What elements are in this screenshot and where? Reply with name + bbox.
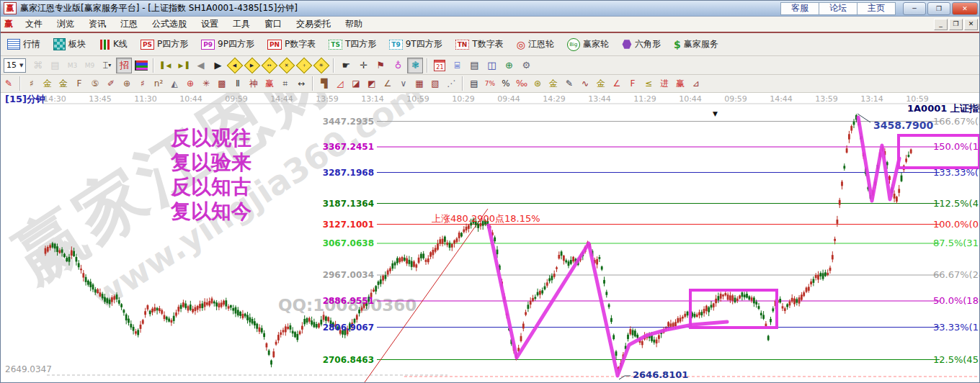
gold-angle-tool[interactable]: 金 [593,76,609,91]
selection-tool-icon[interactable]: 招 [116,58,132,73]
winner-service-button[interactable]: $赢家服务 [667,36,725,53]
diamond-add-button[interactable]: ＋ [296,57,313,73]
gold-grid-a-tool[interactable]: 金 [40,76,55,91]
square-fill-tool[interactable]: ◩ [364,76,380,91]
9p-square-button[interactable]: P99P四方形 [195,36,261,53]
menu-item-工具[interactable]: 工具 [226,17,257,32]
report-icon[interactable]: ▤ [47,58,63,73]
min9-chart-icon[interactable]: M9 [81,58,97,73]
delta-angle-tool[interactable]: ⊿ [688,76,704,91]
angle-lines-tool[interactable]: ∠ [380,76,396,91]
wave-tool[interactable]: ∿ [577,76,593,91]
link-window-icon[interactable]: ⌘ [30,58,45,73]
period-select[interactable]: 15▼ [4,58,26,73]
t-square-button[interactable]: TST四方形 [322,36,383,53]
abacus-count-tool[interactable]: ⌗ [277,76,293,91]
diamond-stretch-button[interactable]: ↔ [262,57,278,73]
roman-count-tool[interactable]: Ⅱ [230,76,246,91]
close-button[interactable]: ✕ [952,2,978,15]
mdi-restore-button[interactable]: ❐ [949,19,963,30]
red-angle-tool[interactable]: ∠ [609,76,625,91]
restore-button[interactable]: ❐ [927,2,950,15]
kline-button[interactable]: K线 [92,36,134,53]
menu-item-帮助[interactable]: 帮助 [339,17,369,32]
save-icon[interactable]: ◫ [484,58,499,73]
v-line-tool[interactable]: ∨ [396,76,411,91]
trade-terminal-icon[interactable]: ⚙ [518,58,534,73]
gann-circle-tool[interactable]: ⊕ [182,76,198,91]
notepad-icon[interactable]: ▤ [466,58,482,73]
menu-item-窗口[interactable]: 窗口 [258,17,288,32]
permille-tool[interactable]: ‰ [514,76,530,91]
menu-item-文件[interactable]: 文件 [19,17,49,32]
network-icon[interactable]: ⊕ [501,58,517,73]
mirror-angle-tool[interactable]: ◭ [166,76,182,91]
diamond-shrink-right-button[interactable]: ▶ [244,57,261,73]
span-measure-tool[interactable]: ↔ [293,76,309,91]
candlestick-chart[interactable]: 14:3013:4511:3010:4409:5914:4413:5913:14… [1,93,980,383]
gann-wheel-button[interactable]: ◎江恩轮 [510,36,561,53]
hand-tool-icon[interactable]: ☛ [338,58,354,73]
quotes-button[interactable]: 行情 [1,36,47,53]
shen-grid-tool[interactable]: 神 [246,76,262,91]
gold-line-tool[interactable]: 金 [545,76,561,91]
fan-fill-tool[interactable]: ◪ [348,76,364,91]
brush-tool[interactable]: ✐ [103,76,119,91]
winner-wheel-button[interactable]: Big赢家轮 [561,36,615,53]
gold-grid-b-tool[interactable]: 金 [55,76,71,91]
grid-small-tool[interactable]: ♯ [24,76,40,91]
magenta-shape-icon[interactable]: ♁ [390,58,406,73]
parallel-lines-tool[interactable]: ⋰ [443,76,459,91]
circle-grid-tool[interactable]: ⊕ [119,76,135,91]
titlebar-link-客服[interactable]: 客服 [780,2,819,15]
pen-tool[interactable]: ✎ [1,76,17,91]
five-spiral-tool[interactable]: ⑤ [87,76,103,91]
menu-item-公式选股[interactable]: 公式选股 [146,17,193,32]
candle-type-dropdown[interactable]: ⌶▾ [99,58,115,73]
mdi-minimize-button[interactable]: _ [934,19,948,30]
f-grid-tool[interactable]: F [71,76,87,91]
9t-square-button[interactable]: T99T四方形 [383,36,448,53]
calendar-icon[interactable]: 21 [432,58,447,73]
gold-circle-tool[interactable]: ⊛ [530,76,545,91]
spider-grid-tool[interactable]: ▩ [214,76,230,91]
calculator-icon[interactable]: ⌸ [449,58,465,73]
marker-flag-icon[interactable]: ⚑ [373,58,388,73]
minimize-button[interactable]: ─ [903,2,926,15]
ying-grid-tool[interactable]: 赢 [262,76,277,91]
colored-bars-icon[interactable] [133,58,149,73]
fan-up-tool[interactable]: ◿ [332,76,348,91]
box-grid-tool[interactable]: ▦ [411,76,427,91]
gold-rays-tool[interactable]: ≤ [641,76,656,91]
menu-item-浏览[interactable]: 浏览 [50,17,81,32]
p-number-button[interactable]: PNP数字表 [261,36,322,53]
diamond-close-button[interactable]: ✕ [279,57,295,73]
menu-item-交易委托[interactable]: 交易委托 [290,17,337,32]
n-square-tool[interactable]: n² [151,76,166,91]
t-number-button[interactable]: TNT数字表 [449,36,510,53]
levels-tool[interactable]: ▤ [466,76,482,91]
titlebar-link-主页[interactable]: 主页 [857,2,896,15]
dense-grid-tool[interactable]: ♯ [135,76,151,91]
seven-percent-tool[interactable]: 7% [482,76,498,91]
jin-angle-tool[interactable]: 进 [656,76,672,91]
p-square-button[interactable]: PSP四方形 [134,36,195,53]
titlebar-link-论坛[interactable]: 论坛 [819,2,857,15]
prev-page-button[interactable]: ◀ [192,58,208,73]
mdi-close-button[interactable]: ✕ [964,19,978,30]
menu-item-资讯[interactable]: 资讯 [82,17,112,32]
title-bar[interactable]: 赢 赢家江恩专业版[赢家服务平台] - [上证指数 SH1A0001-4385[… [1,1,980,17]
chart-area[interactable]: 赢家江恩财富网 www.yingjia360.com QQ:100800360 … [1,93,980,383]
hexagon-button[interactable]: 六角形 [615,36,667,53]
pillar-tool[interactable]: ▜ [316,76,332,91]
box-diag-tool[interactable]: ▧ [427,76,443,91]
ying-angle-tool[interactable]: 赢 [672,76,688,91]
menu-item-设置[interactable]: 设置 [195,17,225,32]
diamond-star-button[interactable]: ✳ [313,57,330,73]
min3-chart-icon[interactable]: M3 [64,58,80,73]
f-angle-tool[interactable]: F [625,76,641,91]
last-page-button[interactable]: ▶▐ [175,58,191,73]
dark-pen-tool[interactable]: ✎ [561,76,577,91]
first-page-button[interactable]: ▌◀ [158,58,174,73]
menu-item-江恩[interactable]: 江恩 [114,17,144,32]
